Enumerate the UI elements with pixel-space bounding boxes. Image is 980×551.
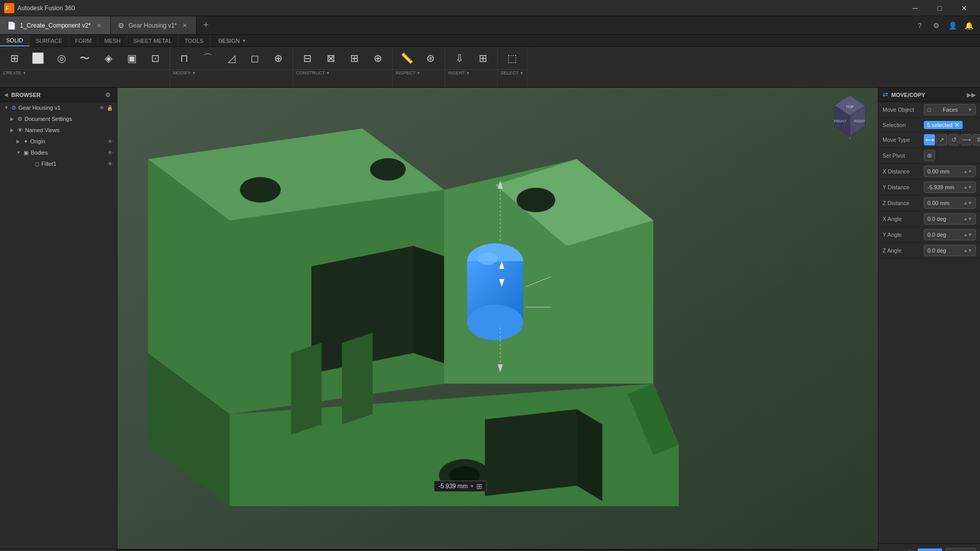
browser-header: ◀ BROWSER ⚙ [0, 88, 117, 102]
tab-gear-close-button[interactable]: ✕ [181, 21, 189, 30]
panel-collapse-icon[interactable]: ▶▶ [967, 91, 976, 98]
close-button[interactable]: ✕ [952, 0, 976, 16]
construct-btn2[interactable]: ⊠ [320, 47, 342, 69]
doc-settings-icon: ⚙ [17, 116, 22, 122]
dimension-dropdown-icon[interactable]: ▼ [470, 484, 474, 489]
create-chevron-icon: ▼ [22, 71, 27, 76]
viewcube[interactable]: TOP RIGHT FRONT -Y [827, 93, 873, 139]
construct-btn3[interactable]: ⊞ [343, 47, 365, 69]
ok-button[interactable]: OK [918, 548, 942, 551]
tree-item-gear-housing[interactable]: ▼ ⚙ Gear Housing v1 👁 🔒 [0, 102, 117, 113]
insert-mesh-btn[interactable]: ⊞ [472, 47, 494, 69]
selected-count: 5 selected [927, 122, 952, 128]
notifications-button[interactable]: 🔔 [962, 18, 976, 33]
construct-btn1[interactable]: ⊟ [296, 47, 318, 69]
tab-add-button[interactable]: + [197, 16, 215, 34]
design-dropdown[interactable]: DESIGN ▼ [214, 35, 251, 46]
set-pivot-button[interactable]: ⊕ [924, 150, 935, 161]
svg-point-14 [517, 188, 555, 212]
selection-badge[interactable]: 5 selected ✕ [924, 121, 963, 129]
more-create-button[interactable]: ⊡ [144, 47, 166, 69]
y-angle-input[interactable]: 0.0 deg ▲▼ [924, 229, 976, 240]
modify-btn2[interactable]: ⌒ [197, 47, 219, 69]
y-angle-chevron-icon: ▲▼ [963, 232, 972, 237]
insert-group-wrapper: ⇩ ⊞ INSERT ▼ [445, 47, 498, 87]
tab-tools[interactable]: TOOLS [179, 35, 210, 46]
svg-point-24 [477, 253, 498, 265]
tab-sheet-metal[interactable]: SHEET METAL [127, 35, 178, 46]
tab-gear-housing[interactable]: ⚙ Gear Housing v1* ✕ [111, 16, 197, 34]
browser-collapse-icon[interactable]: ◀ [4, 92, 8, 97]
construct-btn4[interactable]: ⊕ [366, 47, 389, 69]
gear-housing-lock-icon[interactable]: 🔒 [107, 105, 113, 111]
interference-btn[interactable]: ⊛ [419, 47, 442, 69]
select-btn[interactable]: ⬚ [501, 47, 523, 69]
tab-close-button[interactable]: ✕ [95, 21, 103, 30]
revolve-button[interactable]: ◎ [50, 47, 72, 69]
z-angle-input[interactable]: 0.0 deg ▲▼ [924, 245, 976, 256]
help-button[interactable]: ? [913, 18, 927, 33]
insert-derive-btn[interactable]: ⇩ [448, 47, 471, 69]
dimension-expand-icon[interactable]: ⊞ [476, 482, 482, 490]
svg-point-11 [370, 158, 406, 181]
fillet1-eye-icon[interactable]: 👁 [108, 161, 113, 167]
gear-housing-component-icon: ⚙ [11, 105, 16, 111]
clear-selection-button[interactable]: ✕ [954, 121, 960, 129]
tab-form[interactable]: FORM [69, 35, 98, 46]
window-controls: ─ □ ✕ [903, 0, 976, 16]
point-to-point-button[interactable]: ↗ [936, 134, 947, 145]
origin-eye-icon[interactable]: 👁 [108, 139, 113, 144]
origin-icon: ✦ [23, 138, 28, 145]
modify-btn3[interactable]: ◿ [220, 47, 242, 69]
measure-btn[interactable]: 📏 [396, 47, 418, 69]
settings-button[interactable]: ⚙ [929, 18, 943, 33]
tree-item-fillet1[interactable]: ◻ Fillet1 👁 [0, 158, 117, 169]
along-axis-button[interactable]: ⇕ [973, 134, 980, 145]
y-angle-value: 0.0 deg [927, 232, 946, 238]
bodies-eye-icon[interactable]: 👁 [108, 150, 113, 156]
x-distance-input[interactable]: 0.00 mm ▲▼ [924, 166, 976, 177]
tab-gear-icon: ⚙ [118, 21, 125, 30]
fillet-icon: ⌒ [203, 52, 213, 65]
named-views-chevron-icon: ▶ [10, 128, 15, 133]
tab-mesh[interactable]: MESH [98, 35, 127, 46]
rotate-button[interactable]: ↺ [948, 134, 960, 145]
z-distance-input[interactable]: 0.00 mm ▲▼ [924, 197, 976, 209]
move-object-select[interactable]: □ Faces ▼ [924, 104, 976, 115]
viewport[interactable]: TOP RIGHT FRONT -Y -5.939 mm ▼ ⊞ ⊕ 🔍 ⌖ ⊞… [117, 88, 878, 551]
tab-solid[interactable]: SOLID [0, 35, 30, 46]
y-distance-input[interactable]: -5.939 mm ▲▼ [924, 182, 976, 193]
account-button[interactable]: 👤 [945, 18, 960, 33]
tab-create-component[interactable]: 📄 1_Create_Component v2* ✕ [0, 16, 111, 34]
svg-text:RIGHT: RIGHT [854, 119, 866, 123]
rib-button[interactable]: ▣ [120, 47, 143, 69]
cancel-button[interactable]: Cancel [945, 548, 976, 551]
y-angle-label: Y Angle [883, 232, 921, 238]
modify-btn1[interactable]: ⊓ [173, 47, 195, 69]
tree-item-bodies[interactable]: ▼ ▣ Bodies 👁 [0, 147, 117, 158]
modify-btn5[interactable]: ⊕ [267, 47, 289, 69]
tree-item-doc-settings[interactable]: ▶ ⚙ Document Settings [0, 113, 117, 124]
tree-item-origin[interactable]: ▶ ✦ Origin 👁 [0, 136, 117, 147]
minimize-button[interactable]: ─ [903, 0, 927, 16]
new-component-button[interactable]: ⊞ [3, 47, 26, 69]
free-move-button[interactable]: ⟷ [924, 134, 935, 145]
sweep-icon: 〜 [80, 52, 90, 65]
tree-item-named-views[interactable]: ▶ 👁 Named Views [0, 124, 117, 136]
fillet1-label: Fillet1 [41, 161, 56, 167]
x-angle-input[interactable]: 0.0 deg ▲▼ [924, 213, 976, 224]
tab-surface[interactable]: SURFACE [30, 35, 69, 46]
maximize-button[interactable]: □ [928, 0, 951, 16]
svg-marker-15 [485, 409, 577, 496]
y-angle-row: Y Angle 0.0 deg ▲▼ [878, 227, 980, 243]
comments-section[interactable]: COMMENTS ⚙ ▶ [0, 549, 117, 551]
browser-settings-icon[interactable]: ⚙ [103, 90, 113, 100]
sweep-button[interactable]: 〜 [74, 47, 96, 69]
modify-btn4[interactable]: ◻ [243, 47, 266, 69]
extrude-button[interactable]: ⬜ [27, 47, 49, 69]
along-path-button[interactable]: ⟿ [961, 134, 972, 145]
eye-visible-icon[interactable]: 👁 [100, 105, 105, 111]
insert-chevron-icon: ▼ [466, 71, 470, 76]
loft-button[interactable]: ◈ [97, 47, 119, 69]
y-distance-value: -5.939 mm [927, 184, 954, 190]
